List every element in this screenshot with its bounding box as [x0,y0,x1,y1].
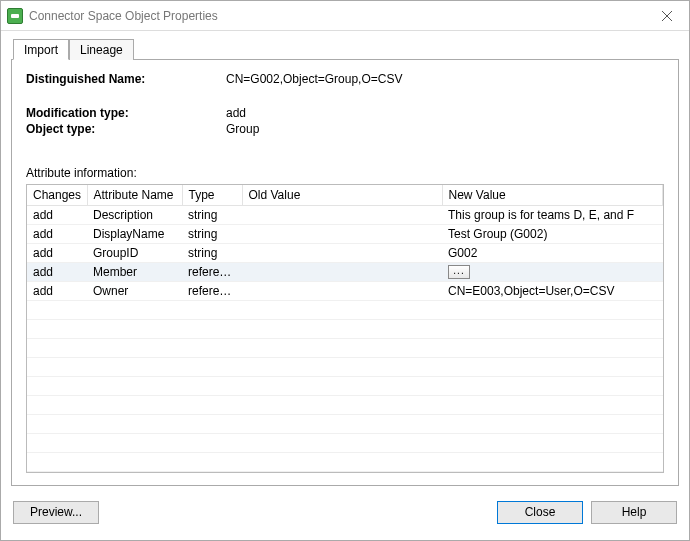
tabstrip: Import Lineage [11,37,679,59]
cell-old [242,225,442,244]
cell-changes: add [27,282,87,301]
cell-empty [442,377,663,396]
cell-new: G002 [442,244,663,263]
close-icon[interactable] [645,1,689,30]
table-row[interactable]: addMemberreference... [27,263,663,282]
cell-new: ... [442,263,663,282]
table-row[interactable]: addGroupIDstringG002 [27,244,663,263]
cell-attribute: Member [87,263,182,282]
cell-empty [242,396,442,415]
tab-lineage[interactable]: Lineage [69,39,134,60]
close-button[interactable]: Close [497,501,583,524]
table-row[interactable]: addDescriptionstringThis group is for te… [27,206,663,225]
cell-attribute: Owner [87,282,182,301]
table-row-empty [27,377,663,396]
header-new[interactable]: New Value [442,185,663,206]
cell-attribute: Description [87,206,182,225]
cell-empty [27,301,87,320]
cell-empty [27,320,87,339]
tab-import[interactable]: Import [13,39,69,60]
cell-type: string [182,206,242,225]
cell-empty [242,301,442,320]
cell-empty [182,377,242,396]
cell-old [242,282,442,301]
cell-empty [87,301,182,320]
cell-empty [27,453,87,472]
table-row-empty [27,320,663,339]
table-header-row: Changes Attribute Name Type Old Value Ne… [27,185,663,206]
cell-empty [27,396,87,415]
label-dn: Distinguished Name: [26,72,226,86]
cell-empty [87,396,182,415]
cell-changes: add [27,244,87,263]
table-row[interactable]: addOwnerreferenceCN=E003,Object=User,O=C… [27,282,663,301]
cell-new: Test Group (G002) [442,225,663,244]
preview-button[interactable]: Preview... [13,501,99,524]
cell-empty [442,358,663,377]
spacer [26,138,664,166]
row-objecttype: Object type: Group [26,122,664,136]
value-dn: CN=G002,Object=Group,O=CSV [226,72,402,86]
help-button[interactable]: Help [591,501,677,524]
header-type[interactable]: Type [182,185,242,206]
table-row-empty [27,301,663,320]
cell-empty [87,377,182,396]
cell-empty [27,434,87,453]
cell-empty [27,377,87,396]
table-row-empty [27,339,663,358]
cell-empty [242,377,442,396]
cell-empty [182,434,242,453]
cell-empty [182,358,242,377]
window-title: Connector Space Object Properties [29,9,645,23]
cell-empty [87,434,182,453]
cell-empty [442,415,663,434]
titlebar: Connector Space Object Properties [1,1,689,31]
cell-empty [442,453,663,472]
cell-empty [27,339,87,358]
label-objecttype: Object type: [26,122,226,136]
cell-empty [242,434,442,453]
table-row-empty [27,453,663,472]
content-area: Import Lineage Distinguished Name: CN=G0… [1,31,689,540]
button-bar: Preview... Close Help [11,492,679,532]
cell-attribute: GroupID [87,244,182,263]
cell-type: reference [182,263,242,282]
spacer [26,88,664,106]
table-row-empty [27,434,663,453]
cell-old [242,244,442,263]
app-icon [7,8,23,24]
cell-empty [27,358,87,377]
tab-panel-import: Distinguished Name: CN=G002,Object=Group… [11,59,679,486]
cell-empty [87,320,182,339]
ellipsis-button[interactable]: ... [448,265,470,279]
table-row-empty [27,396,663,415]
cell-empty [442,320,663,339]
header-changes[interactable]: Changes [27,185,87,206]
label-modification: Modification type: [26,106,226,120]
cell-empty [182,301,242,320]
header-attribute[interactable]: Attribute Name [87,185,182,206]
table-row-empty [27,415,663,434]
cell-attribute: DisplayName [87,225,182,244]
cell-empty [182,339,242,358]
cell-empty [242,358,442,377]
cell-changes: add [27,263,87,282]
cell-new: This group is for teams D, E, and F [442,206,663,225]
cell-empty [442,301,663,320]
cell-empty [442,434,663,453]
cell-empty [182,320,242,339]
cell-empty [87,415,182,434]
row-modification: Modification type: add [26,106,664,120]
header-old[interactable]: Old Value [242,185,442,206]
cell-empty [182,453,242,472]
row-dn: Distinguished Name: CN=G002,Object=Group… [26,72,664,86]
cell-old [242,263,442,282]
table-row[interactable]: addDisplayNamestringTest Group (G002) [27,225,663,244]
attribute-table: Changes Attribute Name Type Old Value Ne… [26,184,664,473]
cell-empty [442,339,663,358]
table-row-empty [27,358,663,377]
cell-type: string [182,225,242,244]
cell-old [242,206,442,225]
cell-empty [87,339,182,358]
cell-empty [87,453,182,472]
